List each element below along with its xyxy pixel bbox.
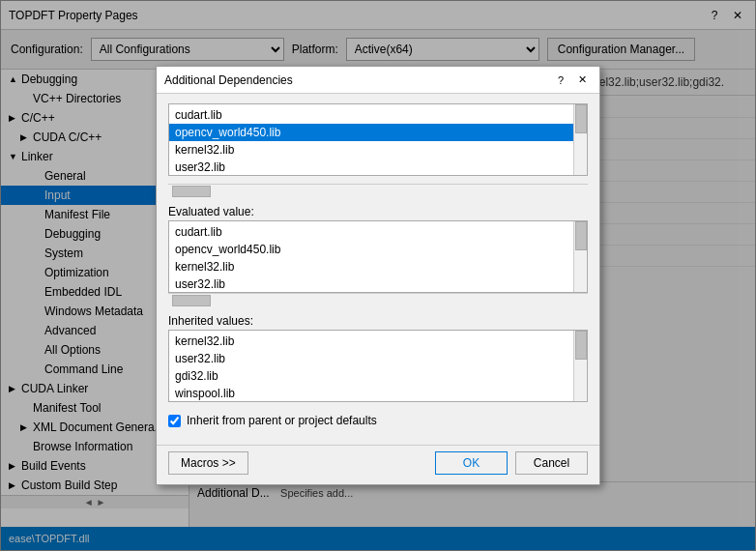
list-item[interactable]: cudart.lib bbox=[169, 106, 587, 124]
list-item[interactable]: kernel32.lib bbox=[169, 141, 587, 159]
list-item[interactable]: kernel32.lib bbox=[169, 258, 587, 276]
scrollbar-thumb bbox=[575, 221, 587, 250]
eval-listbox-inner: cudart.lib opencv_world450.lib kernel32.… bbox=[169, 221, 587, 293]
eval-scrollbar[interactable] bbox=[573, 221, 587, 292]
eval-listbox[interactable]: cudart.lib opencv_world450.lib kernel32.… bbox=[168, 220, 588, 293]
list-scrollbar[interactable] bbox=[573, 104, 587, 175]
list-item[interactable]: kernel32.lib bbox=[169, 333, 587, 350]
list-item[interactable]: opencv_world450.lib bbox=[169, 124, 587, 141]
edit-listbox-inner: cudart.lib opencv_world450.lib kernel32.… bbox=[169, 104, 587, 176]
modal-footer-right: OK Cancel bbox=[435, 451, 588, 475]
horiz-scroll-thumb bbox=[172, 186, 211, 197]
inherited-listbox[interactable]: kernel32.lib user32.lib gdi32.lib winspo… bbox=[168, 330, 588, 402]
inherit-checkbox[interactable] bbox=[168, 415, 181, 427]
list-item[interactable]: user32.lib bbox=[169, 159, 587, 176]
modal-title: Additional Dependencies bbox=[164, 73, 293, 87]
eval-section: Evaluated value: cudart.lib opencv_world… bbox=[168, 205, 588, 306]
inherit-checkbox-label: Inherit from parent or project defaults bbox=[187, 414, 377, 427]
inherited-scrollbar[interactable] bbox=[573, 331, 587, 401]
horiz-scroll-thumb bbox=[172, 295, 211, 306]
modal-body: cudart.lib opencv_world450.lib kernel32.… bbox=[157, 94, 599, 441]
list-item[interactable]: opencv_world450.lib bbox=[169, 241, 587, 258]
modal-footer: Macros >> OK Cancel bbox=[157, 445, 599, 484]
modal-title-bar: Additional Dependencies ? ✕ bbox=[157, 67, 599, 94]
modal-help-button[interactable]: ? bbox=[551, 72, 570, 89]
list-item[interactable]: winspool.lib bbox=[169, 385, 587, 402]
ok-button[interactable]: OK bbox=[435, 451, 508, 475]
list-item[interactable]: user32.lib bbox=[169, 350, 587, 367]
inherited-label: Inherited values: bbox=[168, 314, 588, 328]
scrollbar-thumb bbox=[575, 331, 587, 360]
modal-close-button[interactable]: ✕ bbox=[572, 72, 592, 89]
edit-listbox[interactable]: cudart.lib opencv_world450.lib kernel32.… bbox=[168, 103, 588, 176]
eval-horiz-scrollbar[interactable] bbox=[168, 293, 588, 306]
macros-button[interactable]: Macros >> bbox=[168, 451, 248, 475]
list-item[interactable]: user32.lib bbox=[169, 276, 587, 293]
inherit-checkbox-row: Inherit from parent or project defaults bbox=[168, 410, 588, 431]
list-item[interactable]: gdi32.lib bbox=[169, 367, 587, 385]
horiz-scrollbar[interactable] bbox=[168, 184, 588, 197]
modal-overlay: Additional Dependencies ? ✕ cudart.lib o… bbox=[0, 0, 756, 551]
inherited-section: Inherited values: kernel32.lib user32.li… bbox=[168, 314, 588, 402]
eval-label: Evaluated value: bbox=[168, 205, 588, 218]
modal-title-btns: ? ✕ bbox=[551, 72, 592, 89]
list-item[interactable]: cudart.lib bbox=[169, 223, 587, 241]
cancel-button[interactable]: Cancel bbox=[515, 451, 588, 475]
inherited-listbox-inner: kernel32.lib user32.lib gdi32.lib winspo… bbox=[169, 331, 587, 402]
scrollbar-thumb bbox=[575, 104, 587, 133]
modal-dialog: Additional Dependencies ? ✕ cudart.lib o… bbox=[156, 66, 600, 485]
